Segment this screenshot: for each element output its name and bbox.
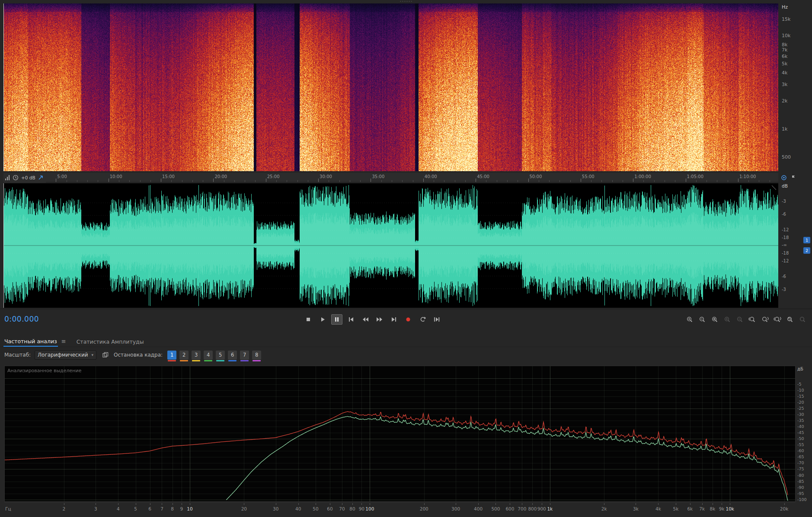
frequency-axis-tick <box>690 503 691 505</box>
level-meter-icon[interactable] <box>5 175 10 181</box>
db-center-label: -∞ <box>782 243 787 247</box>
hold-frame-button-2[interactable]: 2 <box>179 351 189 360</box>
snapshot-icon[interactable] <box>100 351 110 359</box>
ruler-tick <box>98 180 98 182</box>
db-tick-label: -12 <box>782 258 789 263</box>
rewind-button[interactable] <box>360 314 371 325</box>
ruler-tick <box>434 180 434 182</box>
hold-frame-number: 7 <box>243 352 246 358</box>
db-tick-label: -6 <box>782 274 786 279</box>
hold-frame-color-bar <box>168 360 176 361</box>
freq-tick-label: 15k <box>782 16 790 22</box>
hold-frame-button-5[interactable]: 5 <box>216 351 225 360</box>
monitor-icon[interactable] <box>781 175 787 181</box>
db-axis-label: -85 <box>797 479 804 484</box>
hold-frame-button-6[interactable]: 6 <box>228 351 237 360</box>
spectrogram-canvas[interactable] <box>3 3 778 171</box>
ruler-tick <box>413 180 413 182</box>
go-to-start-button[interactable] <box>345 314 357 325</box>
hold-frame-color-bar <box>240 360 249 361</box>
frequency-axis-tick <box>496 503 496 505</box>
frequency-axis-tick <box>150 503 150 505</box>
frequency-axis-label: 10 <box>187 506 192 511</box>
zoom-buttons <box>684 315 808 324</box>
db-axis-label: -80 <box>797 473 804 478</box>
waveform-canvas[interactable] <box>3 183 778 308</box>
marker-flag-icon[interactable] <box>790 175 796 181</box>
frequency-axis-tick <box>702 503 703 505</box>
frequency-axis-unit: Гц <box>5 506 11 511</box>
ruler-tick <box>381 180 382 182</box>
frequency-axis-label: 60 <box>327 506 332 511</box>
frequency-axis-label: 2 <box>63 506 66 511</box>
ruler-tick <box>686 179 686 182</box>
time-display[interactable]: 0:00.000 <box>4 315 39 323</box>
fast-forward-button[interactable] <box>374 314 385 325</box>
hold-frame-button-4[interactable]: 4 <box>204 351 213 360</box>
zoom-out-amplitude-button[interactable] <box>735 315 745 324</box>
zoom-selection-full-button[interactable] <box>772 315 783 324</box>
zoom-to-selection-button[interactable] <box>710 315 720 324</box>
zoom-out-button[interactable] <box>697 315 707 324</box>
ruler-ticks[interactable]: 5:0010:0015:0020:0025:0030:0035:0040:004… <box>3 173 778 182</box>
zoom-in-amplitude-button[interactable] <box>722 315 732 324</box>
channel-button-2[interactable]: 2 <box>803 247 810 254</box>
hold-frame-number: 3 <box>195 352 198 358</box>
frequency-plot-canvas[interactable] <box>5 366 795 502</box>
panel-grip-dots[interactable] <box>400 1 412 2</box>
restore-default-zoom-button[interactable] <box>785 315 795 324</box>
freq-tick-label: 3k <box>782 82 787 87</box>
panel-menu-icon[interactable]: ≡ <box>61 338 66 345</box>
transport-bar: 0:00.000 <box>0 309 812 335</box>
zoom-in-button[interactable] <box>684 315 695 324</box>
pause-button[interactable] <box>331 314 342 325</box>
scale-select[interactable]: Логарифмический ▾ <box>35 351 96 360</box>
record-button[interactable] <box>403 314 414 325</box>
frequency-axis-label: 9k <box>719 506 725 511</box>
clock-icon[interactable] <box>13 175 19 181</box>
db-axis-label: -90 <box>797 485 804 490</box>
stop-button[interactable] <box>303 314 314 325</box>
db-axis-label: -65 <box>797 454 804 459</box>
zoom-to-out-point-button[interactable] <box>760 315 770 324</box>
timeline-ruler[interactable]: 5:0010:0015:0020:0025:0030:0035:0040:004… <box>3 173 778 182</box>
ruler-right-toolbar <box>781 173 796 182</box>
hold-frame-button-7[interactable]: 7 <box>240 351 249 360</box>
frequency-axis-tick <box>316 503 316 505</box>
frequency-axis-tick <box>173 503 173 505</box>
frequency-axis-label: 900 <box>537 506 546 511</box>
frequency-axis-label: 10k <box>726 506 734 511</box>
freq-tick-label: 7k <box>782 47 787 53</box>
go-to-end-button[interactable] <box>388 314 400 325</box>
skip-selection-button[interactable] <box>431 314 442 325</box>
plot-annotation: Анализированное выделение <box>7 368 81 373</box>
frequency-axis-label: 20k <box>780 506 788 511</box>
ruler-tick <box>549 180 550 182</box>
tab-label: Статистика Амплитуды <box>77 338 144 345</box>
play-button[interactable] <box>317 314 328 325</box>
hold-frame-button-1[interactable]: 1 <box>167 351 176 360</box>
db-axis-label: -75 <box>797 466 804 471</box>
gain-indicator[interactable]: +0 dB <box>21 175 35 180</box>
hold-frame-button-8[interactable]: 8 <box>252 351 261 360</box>
ruler-tick <box>601 180 602 182</box>
frequency-axis-tick <box>342 503 342 505</box>
tab-amplitude-statistics[interactable]: Статистика Амплитуды <box>76 336 145 346</box>
frequency-axis-tick <box>330 503 330 505</box>
zoom-history-button[interactable] <box>797 315 808 324</box>
hold-frame-button-3[interactable]: 3 <box>192 351 201 360</box>
ruler-tick <box>392 180 392 182</box>
frequency-axis-label: 8 <box>171 506 174 511</box>
ruler-tick <box>707 180 707 182</box>
ruler-time-label: 20:00 <box>214 174 227 179</box>
ruler-tick <box>308 180 308 182</box>
zoom-to-in-point-button[interactable] <box>747 315 758 324</box>
ruler-tick <box>717 180 717 182</box>
loop-playback-button[interactable] <box>417 314 428 325</box>
channel-button-1[interactable]: 1 <box>803 237 810 243</box>
ruler-tick <box>539 180 539 182</box>
tab-frequency-analysis[interactable]: Частотный анализ <box>3 336 58 347</box>
frequency-axis-tick <box>604 503 604 505</box>
hold-frame-number: 8 <box>255 352 258 358</box>
snap-arrow-icon[interactable] <box>38 175 43 180</box>
